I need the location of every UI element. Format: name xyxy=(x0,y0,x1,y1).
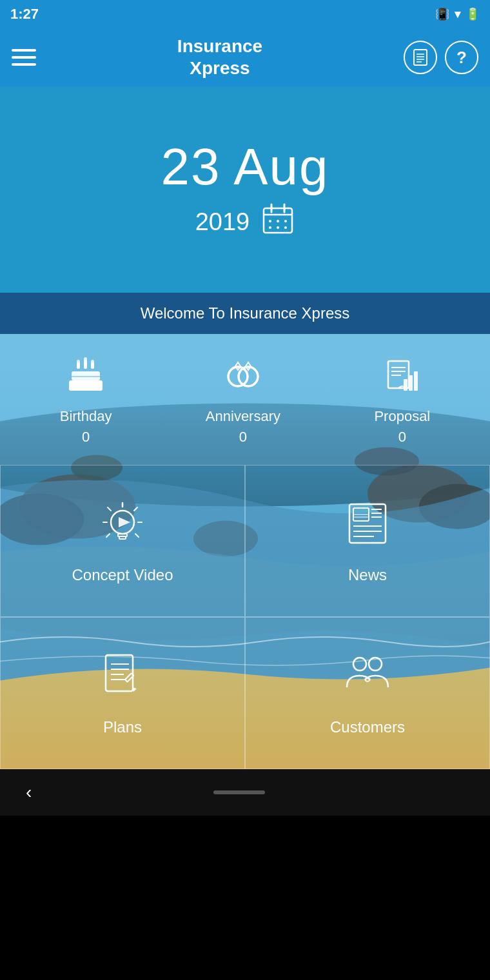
anniversary-shortcut[interactable]: Anniversary 0 xyxy=(206,357,280,446)
svg-rect-65 xyxy=(106,655,133,691)
svg-rect-0 xyxy=(414,50,427,65)
svg-rect-25 xyxy=(84,360,87,369)
svg-point-14 xyxy=(284,226,287,229)
svg-point-11 xyxy=(284,220,287,222)
news-icon xyxy=(342,498,393,556)
svg-line-72 xyxy=(125,680,128,682)
news-cell[interactable]: News xyxy=(245,465,490,617)
wifi-icon: ▾ xyxy=(455,7,460,21)
svg-point-12 xyxy=(269,226,271,229)
sim-icon: 📳 xyxy=(435,7,449,21)
welcome-banner: Welcome To Insurance Xpress xyxy=(0,293,490,334)
status-icons: 📳 ▾ 🔋 xyxy=(435,7,480,21)
status-time: 1:27 xyxy=(10,6,39,23)
proposal-document-icon xyxy=(383,357,422,402)
svg-point-13 xyxy=(277,226,279,229)
welcome-text: Welcome To Insurance Xpress xyxy=(141,304,350,322)
svg-point-28 xyxy=(84,357,87,361)
battery-icon: 🔋 xyxy=(466,7,480,21)
anniversary-rings-icon xyxy=(224,357,262,402)
svg-point-29 xyxy=(91,360,94,364)
menu-grid: Concept Video xyxy=(0,465,490,769)
anniversary-count: 0 xyxy=(239,429,247,446)
plans-icon xyxy=(97,650,148,708)
proposal-shortcut[interactable]: Proposal 0 xyxy=(374,357,430,446)
svg-point-27 xyxy=(77,360,80,364)
shortcut-icons-row: Birthday 0 Anniversary 0 xyxy=(0,334,490,465)
plans-label: Plans xyxy=(103,718,142,736)
svg-rect-43 xyxy=(414,371,418,391)
hamburger-menu[interactable] xyxy=(12,49,36,66)
svg-rect-30 xyxy=(72,371,100,380)
customers-cell[interactable]: Customers xyxy=(245,617,490,769)
svg-line-53 xyxy=(135,534,139,537)
anniversary-label: Anniversary xyxy=(206,408,280,425)
birthday-count: 0 xyxy=(82,429,90,446)
svg-rect-42 xyxy=(409,375,413,391)
current-date: 23 Aug xyxy=(161,137,329,197)
calendar-icon[interactable] xyxy=(261,202,295,242)
app-title: Insurance Xpress xyxy=(177,35,262,79)
svg-line-49 xyxy=(134,507,137,511)
concept-video-label: Concept Video xyxy=(72,566,173,584)
svg-line-50 xyxy=(108,507,111,511)
nav-action-icons: ? xyxy=(404,41,478,74)
proposal-label: Proposal xyxy=(374,408,430,425)
date-section: 23 Aug 2019 xyxy=(0,86,490,293)
proposal-count: 0 xyxy=(398,429,406,446)
svg-point-10 xyxy=(277,220,279,222)
concept-video-icon xyxy=(97,498,148,556)
customers-icon xyxy=(342,650,393,708)
checklist-button[interactable] xyxy=(404,41,437,74)
birthday-cake-icon xyxy=(66,357,105,402)
current-year: 2019 xyxy=(195,208,250,236)
main-content-section: Birthday 0 Anniversary 0 xyxy=(0,334,490,769)
help-button[interactable]: ? xyxy=(445,41,478,74)
customers-label: Customers xyxy=(330,718,405,736)
birthday-shortcut[interactable]: Birthday 0 xyxy=(60,357,112,446)
home-indicator[interactable] xyxy=(213,790,265,794)
bottom-nav-bar: ‹ xyxy=(0,769,490,816)
svg-marker-45 xyxy=(119,517,130,527)
svg-rect-47 xyxy=(119,536,126,539)
status-bar: 1:27 📳 ▾ 🔋 xyxy=(0,0,490,28)
concept-video-cell[interactable]: Concept Video xyxy=(0,465,245,617)
year-row: 2019 xyxy=(195,202,295,242)
svg-point-9 xyxy=(269,220,271,222)
svg-rect-41 xyxy=(404,379,407,391)
news-label: News xyxy=(348,566,387,584)
help-icon: ? xyxy=(456,48,467,68)
svg-point-73 xyxy=(353,658,366,671)
svg-rect-31 xyxy=(69,380,103,391)
back-button[interactable]: ‹ xyxy=(26,782,32,803)
svg-point-74 xyxy=(369,658,382,671)
birthday-label: Birthday xyxy=(60,408,112,425)
svg-line-54 xyxy=(106,534,110,537)
nav-bar: Insurance Xpress ? xyxy=(0,28,490,86)
plans-cell[interactable]: Plans xyxy=(0,617,245,769)
